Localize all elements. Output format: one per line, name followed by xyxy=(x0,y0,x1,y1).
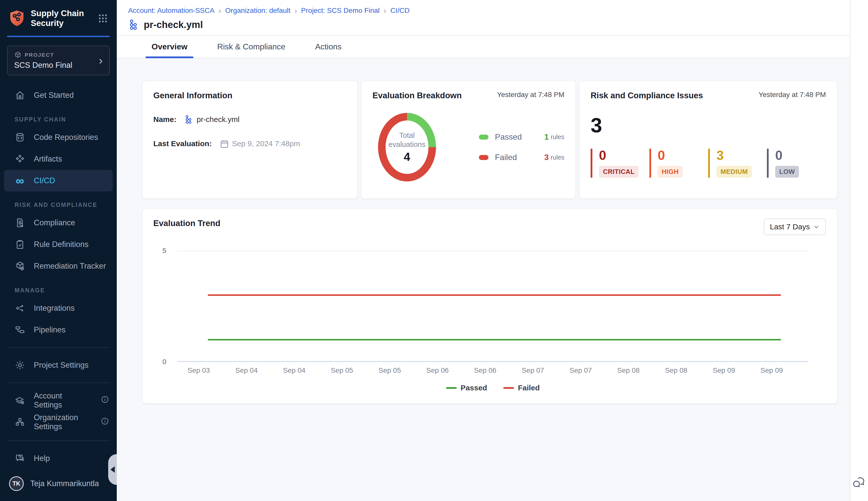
general-information-card: General Information Name: pr-check.yml L… xyxy=(142,81,358,199)
sidebar-item-project-settings[interactable]: Project Settings xyxy=(0,354,117,376)
help-chat-icon xyxy=(14,453,25,464)
passed-count: 1 xyxy=(544,132,549,142)
avatar: TK xyxy=(9,476,24,491)
gear-icon xyxy=(14,360,25,371)
evaluation-donut: Total evaluations 4 xyxy=(378,113,436,181)
breadcrumb-account[interactable]: Account: Automation-SSCA xyxy=(128,7,215,14)
legend-passed: Passed 1 rules xyxy=(479,132,564,142)
divider xyxy=(7,440,110,441)
date-range-select[interactable]: Last 7 Days xyxy=(764,218,826,235)
module-grid-icon[interactable] xyxy=(97,13,108,24)
user-menu[interactable]: TK Teja Kummarikuntla xyxy=(0,469,117,493)
breadcrumb-cicd[interactable]: CI/CD xyxy=(390,7,409,14)
severity-badge: MEDIUM xyxy=(717,166,752,178)
page-header: Account: Automation-SSCA › Organization:… xyxy=(117,0,850,36)
sidebar-item-code-repositories[interactable]: Code Repositories xyxy=(0,127,117,148)
sidebar-section-supply-chain: SUPPLY CHAIN xyxy=(0,116,117,123)
pipelines-icon xyxy=(14,324,25,335)
trend-chart: 5 0 Sep 03Sep 04Sep 04Sep 05Sep 05Sep 06… xyxy=(178,251,808,362)
x-tick-label: Sep 04 xyxy=(283,366,305,374)
donut-legend: Passed 1 rules Failed 3 rules xyxy=(479,132,564,162)
failed-count: 3 xyxy=(544,153,549,162)
severity-critical: 0 CRITICAL xyxy=(590,149,649,178)
sidebar-item-compliance[interactable]: Compliance xyxy=(0,212,117,234)
divider xyxy=(7,347,110,348)
evaluation-breakdown-card: Evaluation Breakdown Yesterday at 7:48 P… xyxy=(361,81,576,199)
sidebar-item-integrations[interactable]: Integrations xyxy=(0,297,117,319)
main-area: Account: Automation-SSCA › Organization:… xyxy=(117,0,850,501)
right-rail xyxy=(850,0,868,501)
legend-passed: Passed xyxy=(446,384,487,392)
severity-badge: LOW xyxy=(775,166,799,178)
legend-failed: Failed 3 rules xyxy=(479,153,564,162)
chevron-down-icon xyxy=(813,223,820,230)
x-tick-label: Sep 06 xyxy=(474,366,496,374)
breadcrumb-project[interactable]: Project: SCS Demo Final xyxy=(301,7,379,14)
evaluation-trend-card: Evaluation Trend Last 7 Days 5 0 Sep 03S… xyxy=(142,209,837,404)
pipeline-name-value: pr-check.yml xyxy=(197,115,240,124)
donut-total: 4 xyxy=(404,150,410,163)
severity-badge: HIGH xyxy=(658,166,683,178)
x-tick-label: Sep 07 xyxy=(569,366,592,374)
severity-badge: CRITICAL xyxy=(599,166,638,178)
sidebar-item-pipelines[interactable]: Pipelines xyxy=(0,319,117,341)
sidebar-item-account-settings[interactable]: Account Settings xyxy=(0,390,117,411)
card-title: Risk and Compliance Issues xyxy=(590,91,703,100)
y-axis-min: 0 xyxy=(163,358,166,366)
project-label: PROJECT xyxy=(25,52,54,58)
sidebar-item-organization-settings[interactable]: Organization Settings xyxy=(0,411,117,433)
chat-bubbles-icon[interactable] xyxy=(853,475,866,489)
tab-bar: Overview Risk & Compliance Actions xyxy=(117,36,850,58)
sidebar-item-help[interactable]: Help xyxy=(0,448,117,469)
donut-center-label: Total evaluations xyxy=(386,131,428,149)
failed-swatch xyxy=(479,155,489,160)
x-axis-labels: Sep 03Sep 04Sep 04Sep 05Sep 05Sep 06Sep … xyxy=(178,366,808,376)
chevron-right-icon: › xyxy=(294,7,297,14)
info-icon[interactable] xyxy=(101,417,109,427)
passed-line xyxy=(208,339,781,340)
card-title: Evaluation Trend xyxy=(153,218,220,228)
collapse-arrow-icon xyxy=(111,466,115,473)
x-tick-label: Sep 09 xyxy=(713,366,735,374)
legend-failed: Failed xyxy=(503,384,540,392)
timestamp: Yesterday at 7:48 PM xyxy=(497,91,564,99)
severity-row: 0 CRITICAL 0 HIGH 3 MEDIUM 0 xyxy=(590,149,826,178)
sidebar-item-artifacts[interactable]: Artifacts xyxy=(0,148,117,170)
user-name: Teja Kummarikuntla xyxy=(30,479,99,488)
failed-line xyxy=(208,294,781,296)
severity-high: 0 HIGH xyxy=(649,149,708,178)
x-tick-label: Sep 03 xyxy=(188,366,210,374)
breadcrumb: Account: Automation-SSCA › Organization:… xyxy=(128,7,840,14)
sidebar-item-cicd[interactable]: ∞ CI/CD xyxy=(4,170,113,192)
total-issues-count: 3 xyxy=(590,115,826,136)
last-evaluation-value: Sep 9, 2024 7:48pm xyxy=(232,139,300,148)
org-gear-icon xyxy=(14,417,25,427)
sidebar-item-rule-definitions[interactable]: Rule Definitions xyxy=(0,234,117,255)
chevron-right-icon: › xyxy=(384,7,386,14)
project-selector[interactable]: PROJECT SCS Demo Final › xyxy=(7,46,110,75)
info-icon[interactable] xyxy=(101,395,109,406)
compliance-doc-icon xyxy=(14,217,25,228)
y-axis-max: 5 xyxy=(163,247,166,255)
severity-low: 0 LOW xyxy=(767,149,826,178)
passed-swatch xyxy=(479,135,489,140)
tab-overview[interactable]: Overview xyxy=(146,36,194,58)
package-icon xyxy=(14,261,25,271)
name-row: Name: pr-check.yml xyxy=(153,115,346,125)
tab-actions[interactable]: Actions xyxy=(309,36,348,58)
breadcrumb-organization[interactable]: Organization: default xyxy=(225,7,290,14)
x-tick-label: Sep 09 xyxy=(761,366,783,374)
pipeline-file-icon xyxy=(128,19,140,31)
clipboard-check-icon xyxy=(14,239,25,250)
cube-icon xyxy=(14,51,22,59)
card-title: General Information xyxy=(153,91,346,100)
sidebar-collapse-handle[interactable] xyxy=(108,454,117,485)
shield-logo xyxy=(9,9,25,28)
x-tick-label: Sep 08 xyxy=(665,366,688,374)
sidebar-section-risk-compliance: RISK AND COMPLIANCE xyxy=(0,202,117,209)
sidebar-item-remediation-tracker[interactable]: Remediation Tracker xyxy=(0,255,117,277)
divider xyxy=(7,36,110,37)
tab-risk-compliance[interactable]: Risk & Compliance xyxy=(211,36,291,58)
sidebar-item-get-started[interactable]: Get Started xyxy=(0,84,117,106)
layers-gear-icon xyxy=(14,395,25,406)
